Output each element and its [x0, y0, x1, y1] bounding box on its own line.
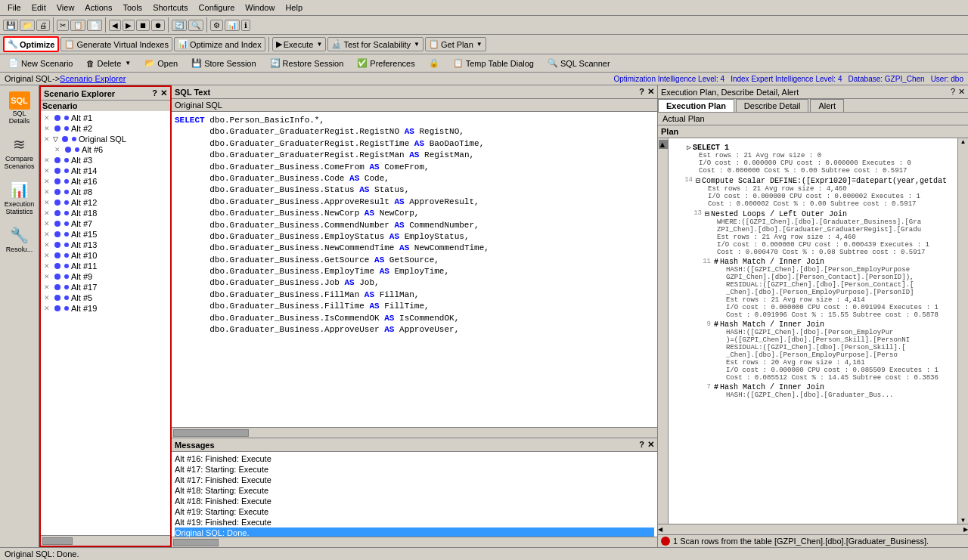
toolbar-icon-10[interactable]: ⏺	[151, 20, 165, 31]
plan-scroll-down-btn[interactable]: ▼	[960, 517, 966, 524]
alt18-close-icon[interactable]: ✕	[44, 209, 50, 217]
tree-item-original[interactable]: ✕ ▽ Original SQL	[42, 134, 169, 144]
delete-button[interactable]: 🗑 Delete ▼	[81, 57, 136, 70]
nav-resolution[interactable]: 🔧 Resolu...	[2, 221, 37, 256]
toolbar-icon-9[interactable]: ⏹	[136, 20, 150, 31]
nav-execution-statistics[interactable]: 📊 Execution Statistics	[2, 176, 37, 218]
tree-item-alt14[interactable]: ✕ Alt #14	[42, 166, 169, 176]
open-button[interactable]: 📂 Open	[139, 56, 183, 70]
alt2-close-icon[interactable]: ✕	[44, 125, 50, 132]
menu-file[interactable]: File	[3, 2, 26, 14]
opt-level-label[interactable]: Optimization Intelligence Level: 4	[613, 75, 724, 83]
messages-hscrollbar[interactable]	[172, 537, 657, 547]
database-label[interactable]: Database: GZPI_Chen	[848, 75, 924, 83]
toolbar-icon-2[interactable]: 📁	[20, 20, 35, 31]
user-label[interactable]: User: dbo	[931, 75, 963, 83]
alt12-close-icon[interactable]: ✕	[44, 199, 50, 206]
alt15-close-icon[interactable]: ✕	[44, 230, 50, 238]
alt13-close-icon[interactable]: ✕	[44, 241, 50, 249]
toolbar-icon-6[interactable]: 📄	[87, 20, 102, 31]
preferences-button[interactable]: ✅ Preferences	[352, 56, 420, 70]
toolbar-icon-7[interactable]: ◀	[109, 20, 121, 31]
sql-help-icon[interactable]: ?	[639, 87, 644, 97]
gen-virtual-indexes-button[interactable]: 📋 Generate Virtual Indexes	[60, 37, 172, 51]
plan-right-scrollbar[interactable]: ▲ ▼	[957, 138, 968, 524]
sql-scanner-button[interactable]: 🔍 SQL Scanner	[542, 56, 616, 70]
tree-item-alt18[interactable]: ✕ Alt #18	[42, 208, 169, 218]
get-plan-dropdown-arrow[interactable]: ▼	[476, 41, 482, 48]
alt5-close-icon[interactable]: ✕	[44, 294, 50, 302]
node9-hash-icon[interactable]: #	[714, 320, 718, 329]
alt16-close-icon[interactable]: ✕	[44, 178, 50, 185]
node11-hash-icon[interactable]: #	[714, 258, 718, 266]
tree-item-alt16[interactable]: ✕ Alt #16	[42, 176, 169, 187]
toolbar-icon-5[interactable]: 📋	[70, 20, 85, 31]
tree-item-alt13[interactable]: ✕ Alt #13	[42, 240, 169, 250]
execute-button[interactable]: ▶ Execute ▼	[272, 37, 327, 51]
nav-compare[interactable]: ≋ Compare Scenarios	[2, 131, 37, 173]
get-plan-button[interactable]: 📋 Get Plan ▼	[425, 37, 486, 51]
alt7-close-icon[interactable]: ✕	[44, 220, 50, 227]
menu-help[interactable]: Help	[281, 2, 307, 14]
tree-item-alt12[interactable]: ✕ Alt #12	[42, 197, 169, 208]
alt6-close-icon[interactable]: ✕	[54, 146, 60, 153]
alt14-close-icon[interactable]: ✕	[44, 167, 50, 175]
toolbar-icon-4[interactable]: ✂	[57, 20, 69, 31]
alt19-close-icon[interactable]: ✕	[44, 305, 50, 312]
tree-item-alt2[interactable]: ✕ Alt #2	[42, 123, 169, 134]
alt9-close-icon[interactable]: ✕	[44, 273, 50, 280]
alt10-close-icon[interactable]: ✕	[44, 252, 50, 259]
menu-actions[interactable]: Actions	[80, 2, 116, 14]
new-scenario-button[interactable]: 📄 New Scenario	[3, 56, 78, 70]
menu-shortcuts[interactable]: Shortcuts	[148, 2, 192, 14]
select-expand-icon[interactable]: ▷	[687, 143, 691, 152]
toolbar-icon-8[interactable]: ▶	[123, 20, 135, 31]
right-close-icon[interactable]: ✕	[958, 87, 965, 97]
toolbar-icon-1[interactable]: 💾	[3, 20, 18, 31]
alt8-close-icon[interactable]: ✕	[44, 188, 50, 196]
index-level-label[interactable]: Index Expert Intelligence Level: 4	[731, 75, 842, 83]
scenario-hscroll-thumb[interactable]	[42, 537, 73, 545]
menu-tools[interactable]: Tools	[118, 2, 147, 14]
optimize-index-button[interactable]: 📊 Optimize and Index	[174, 37, 265, 51]
nav-sql-details[interactable]: SQL SQL Details	[2, 88, 37, 128]
temp-table-button[interactable]: 📋 Temp Table Dialog	[448, 56, 539, 70]
tree-item-alt10[interactable]: ✕ Alt #10	[42, 250, 169, 261]
scenario-hscrollbar[interactable]	[41, 535, 170, 546]
orig-close-icon[interactable]: ✕	[44, 135, 50, 143]
lock-button[interactable]: 🔒	[424, 56, 445, 70]
tree-item-alt1[interactable]: ✕ Alt #1	[42, 113, 169, 123]
node13-expand-icon[interactable]: ⊟	[705, 209, 709, 218]
toolbar-icon-12[interactable]: 🔍	[188, 20, 203, 31]
tree-item-alt17[interactable]: ✕ Alt #17	[42, 282, 169, 292]
toolbar-icon-11[interactable]: 🔄	[172, 20, 187, 31]
tab-alert[interactable]: Alert	[810, 99, 844, 112]
tab-execution-plan[interactable]: Execution Plan	[658, 99, 734, 112]
messages-content[interactable]: Alt #16: Finished: Execute Alt #17: Star…	[172, 452, 657, 537]
alt11-close-icon[interactable]: ✕	[44, 262, 50, 270]
test-scalability-dropdown-arrow[interactable]: ▼	[414, 41, 420, 48]
right-help-icon[interactable]: ?	[951, 87, 955, 97]
sql-close-icon[interactable]: ✕	[647, 87, 654, 97]
node14-expand-icon[interactable]: ⊟	[696, 176, 700, 185]
sql-hscrollbar[interactable]	[172, 427, 657, 438]
menu-configure[interactable]: Configure	[194, 2, 240, 14]
orig-expand-icon[interactable]: ▽	[53, 135, 58, 143]
plan-scroll-up-btn[interactable]: ▲	[960, 138, 966, 145]
alt3-close-icon[interactable]: ✕	[44, 156, 50, 164]
restore-session-button[interactable]: 🔄 Restore Session	[265, 56, 349, 70]
plan-content[interactable]: ▷ SELECT 1 Est rows : 21 Avg row size : …	[669, 138, 957, 524]
tree-item-alt15[interactable]: ✕ Alt #15	[42, 229, 169, 240]
menu-view[interactable]: View	[52, 2, 79, 14]
alt17-close-icon[interactable]: ✕	[44, 283, 50, 291]
tab-describe-detail[interactable]: Describe Detail	[736, 99, 809, 112]
breadcrumb-scenario-explorer-link[interactable]: Scenario Explorer	[60, 74, 126, 83]
tree-item-alt9[interactable]: ✕ Alt #9	[42, 271, 169, 282]
tree-item-alt5[interactable]: ✕ Alt #5	[42, 292, 169, 303]
store-session-button[interactable]: 💾 Store Session	[186, 56, 261, 70]
tree-item-alt11[interactable]: ✕ Alt #11	[42, 261, 169, 271]
plan-hscroll-left[interactable]: ◀	[658, 526, 662, 533]
delete-dropdown[interactable]: ▼	[125, 60, 131, 67]
messages-close-icon[interactable]: ✕	[647, 440, 654, 450]
messages-hscroll-thumb[interactable]	[173, 539, 219, 546]
